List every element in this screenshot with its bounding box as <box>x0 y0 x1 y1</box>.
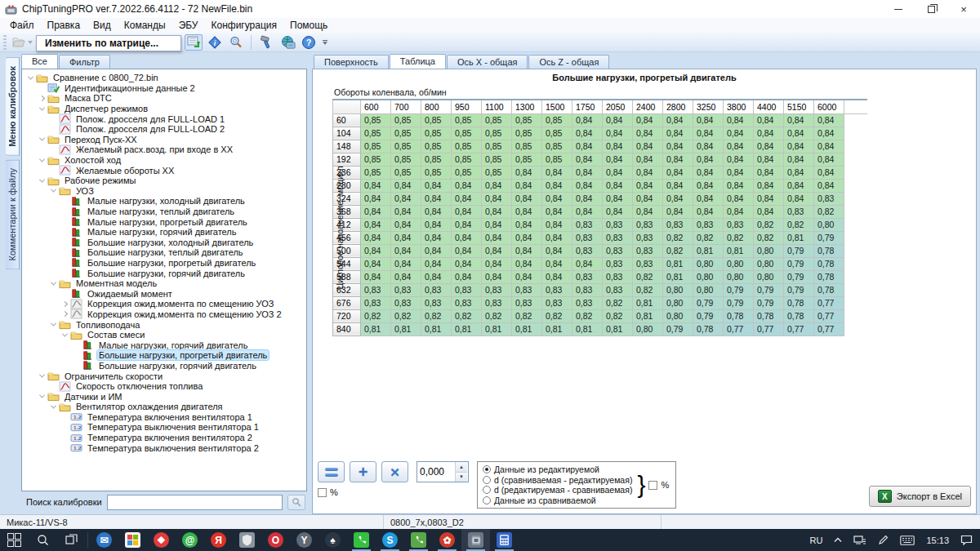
cell[interactable]: 0,83 <box>603 244 633 257</box>
col-header[interactable]: 5150 <box>784 100 814 113</box>
menu-item[interactable]: Конфигурация <box>204 19 283 32</box>
cell[interactable]: 0,84 <box>542 218 572 231</box>
radio-option[interactable]: Данные из сравниваемой <box>483 495 632 505</box>
cell[interactable]: 0,81 <box>512 322 542 335</box>
cell[interactable]: 0,85 <box>482 153 512 166</box>
cell[interactable]: 0,81 <box>784 231 814 244</box>
y-browser-button[interactable]: Y <box>290 529 318 551</box>
tools-button[interactable] <box>257 34 275 51</box>
cell[interactable]: 0,85 <box>542 153 572 166</box>
minimize-button[interactable] <box>882 0 915 18</box>
cell[interactable]: 0,84 <box>603 153 633 166</box>
col-header[interactable]: 2400 <box>633 100 663 113</box>
tray-pen-icon[interactable] <box>872 529 894 551</box>
cell[interactable]: 0,84 <box>724 192 754 205</box>
cell[interactable]: 0,83 <box>633 231 663 244</box>
cell[interactable]: 0,84 <box>784 127 814 140</box>
tree-item[interactable]: Коррекция ожид.момента по смещению УОЗ <box>25 299 306 309</box>
cell[interactable]: 0,84 <box>633 153 663 166</box>
cell[interactable]: 0,84 <box>814 166 844 179</box>
cell[interactable]: 0,82 <box>693 231 724 244</box>
tree-item[interactable]: Малые нагрузки, горячий двигатель <box>25 340 306 350</box>
cell[interactable]: 0,79 <box>814 231 844 244</box>
menu-item[interactable]: Помощь <box>283 19 334 32</box>
chevron-down-icon[interactable] <box>39 104 45 110</box>
cell[interactable]: 0,84 <box>421 244 452 257</box>
side-tab-menu-calibrations[interactable]: Меню калибровок <box>6 57 20 156</box>
cell[interactable]: 0,79 <box>693 309 724 322</box>
tree-item[interactable]: Коррекция ожид.момента по смещению УОЗ 2 <box>25 309 306 320</box>
chevron-right-icon[interactable] <box>39 96 45 101</box>
cell[interactable]: 0,82 <box>452 309 482 322</box>
cell[interactable]: 0,83 <box>633 257 663 270</box>
cell[interactable]: 0,81 <box>391 322 421 335</box>
cell[interactable]: 0,84 <box>391 270 421 283</box>
cell[interactable]: 0,82 <box>784 218 814 231</box>
cell[interactable]: 0,84 <box>754 205 784 218</box>
cell[interactable]: 0,78 <box>814 257 844 270</box>
cell[interactable]: 0,82 <box>361 309 391 322</box>
tab-axis-z[interactable]: Ось Z - общая <box>528 55 609 69</box>
cell[interactable]: 0,79 <box>784 257 814 270</box>
cell[interactable]: 0,84 <box>542 166 572 179</box>
cell[interactable]: 0,80 <box>754 244 784 257</box>
cell[interactable]: 0,79 <box>724 283 754 296</box>
cell[interactable]: 0,84 <box>542 257 572 270</box>
cell[interactable]: 0,84 <box>452 257 482 270</box>
cell[interactable]: 0,84 <box>633 192 663 205</box>
cell[interactable]: 0,82 <box>754 218 784 231</box>
cell[interactable]: 0,83 <box>391 283 421 296</box>
tree-item[interactable]: Большие нагрузки, холодный двигатель <box>25 238 306 248</box>
cell[interactable]: 0,84 <box>663 166 693 179</box>
cell[interactable]: 0,84 <box>603 205 633 218</box>
cell[interactable]: 0,81 <box>693 244 724 257</box>
cell[interactable]: 0,84 <box>361 270 391 283</box>
calculator-button[interactable] <box>490 529 519 551</box>
cell[interactable]: 0,85 <box>542 140 572 153</box>
cell[interactable]: 0,84 <box>724 166 754 179</box>
cell[interactable]: 0,80 <box>814 218 844 231</box>
cell[interactable]: 0,83 <box>603 218 633 231</box>
cell[interactable]: 0,84 <box>814 153 844 166</box>
chevron-right-icon[interactable] <box>62 301 68 307</box>
cell[interactable]: 0,84 <box>754 127 784 140</box>
cell[interactable]: 0,80 <box>754 270 784 283</box>
tab-surface[interactable]: Поверхность <box>314 55 389 69</box>
cell[interactable]: 0,83 <box>663 218 693 231</box>
tree-item[interactable]: Большие нагрузки, горячий двигатель <box>25 361 306 371</box>
cell[interactable]: 0,82 <box>391 309 421 322</box>
cell[interactable]: 0,84 <box>693 192 724 205</box>
cell[interactable]: 0,84 <box>542 179 572 192</box>
cell[interactable]: 0,77 <box>814 309 844 322</box>
cell[interactable]: 0,81 <box>633 296 663 309</box>
tray-keyboard-icon[interactable] <box>894 529 920 551</box>
cell[interactable]: 0,81 <box>452 322 482 335</box>
tree-item[interactable]: 1.2Температура выключения вентилятора 1 <box>25 422 306 433</box>
cell[interactable]: 0,84 <box>361 244 391 257</box>
cell[interactable]: 0,84 <box>754 179 784 192</box>
cell[interactable]: 0,82 <box>542 309 572 322</box>
cell[interactable]: 0,82 <box>512 309 542 322</box>
chevron-down-icon[interactable] <box>51 279 56 285</box>
cell[interactable]: 0,80 <box>693 270 724 283</box>
cell[interactable]: 0,84 <box>361 231 391 244</box>
chevron-down-icon[interactable] <box>51 402 56 408</box>
search-input[interactable] <box>107 495 283 510</box>
toolbar-overflow-button[interactable] <box>323 40 327 45</box>
cell[interactable]: 0,84 <box>361 192 391 205</box>
tree-item[interactable]: Вентилятор охлаждения двигателя <box>25 402 306 412</box>
tree-item[interactable]: Большие нагрузки, прогретый двигатель <box>25 350 306 361</box>
cell[interactable]: 0,82 <box>663 244 693 257</box>
cell[interactable]: 0,85 <box>421 153 452 166</box>
cell[interactable]: 0,84 <box>512 192 542 205</box>
cell[interactable]: 0,84 <box>724 113 754 127</box>
cell[interactable]: 0,83 <box>603 257 633 270</box>
cell[interactable]: 0,85 <box>452 113 482 127</box>
cell[interactable]: 0,83 <box>603 231 633 244</box>
cell[interactable]: 0,83 <box>572 283 603 296</box>
cell[interactable]: 0,84 <box>421 179 452 192</box>
cell[interactable]: 0,84 <box>542 270 572 283</box>
menu-item[interactable]: Вид <box>87 19 118 32</box>
cell[interactable]: 0,83 <box>482 296 512 309</box>
tree-item[interactable]: Топливоподача <box>25 319 306 330</box>
